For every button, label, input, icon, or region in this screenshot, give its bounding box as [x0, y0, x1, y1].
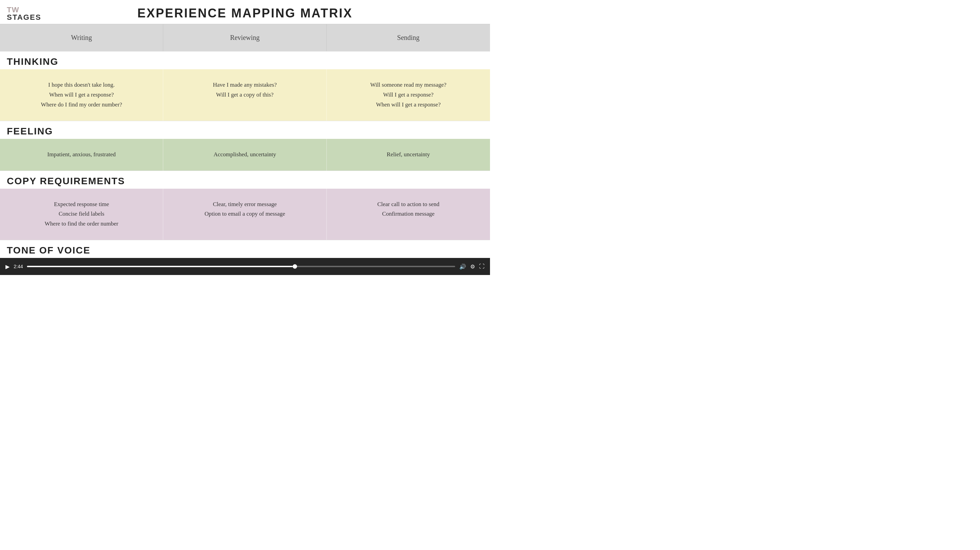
page-title: EXPERIENCE MAPPING MATRIX — [137, 6, 352, 21]
video-time: 2:44 — [14, 264, 23, 269]
thinking-row: I hope this doesn't take long.When will … — [0, 69, 490, 121]
settings-button[interactable]: ⚙ — [470, 263, 475, 270]
stage-sending: Sending — [327, 24, 490, 51]
copy-cell-1: Expected response timeConcise field labe… — [0, 189, 163, 240]
section-label-copy: COPY REQUIREMENTS — [0, 171, 490, 189]
thinking-cell-3: Will someone read my message?Will I get … — [327, 69, 490, 121]
progress-fill — [27, 266, 292, 267]
logo-stages: STAGES — [7, 14, 41, 21]
copy-cell-2: Clear, timely error messageOption to ema… — [163, 189, 326, 240]
fullscreen-button[interactable]: ⛶ — [479, 263, 485, 269]
copy-row: Expected response timeConcise field labe… — [0, 189, 490, 240]
section-label-feeling: FEELING — [0, 121, 490, 139]
progress-dot[interactable] — [293, 265, 297, 269]
feeling-cell-2: Accomplished, uncertainty — [163, 139, 326, 171]
thinking-cell-2: Have I made any mistakes?Will I get a co… — [163, 69, 326, 121]
logo-area: TW STAGES — [7, 6, 41, 21]
header: TW STAGES EXPERIENCE MAPPING MATRIX — [0, 0, 490, 24]
volume-button[interactable]: 🔊 — [459, 263, 466, 270]
feeling-cell-3: Relief, uncertainty — [327, 139, 490, 171]
progress-bar[interactable] — [27, 266, 455, 267]
thinking-cell-1: I hope this doesn't take long.When will … — [0, 69, 163, 121]
play-button[interactable]: ▶ — [5, 263, 10, 270]
stage-writing: Writing — [0, 24, 163, 51]
video-controls: ▶ 2:44 🔊 ⚙ ⛶ — [0, 258, 490, 275]
feeling-row: Impatient, anxious, frustrated Accomplis… — [0, 139, 490, 171]
logo-tw: TW — [7, 6, 41, 14]
copy-cell-3: Clear call to action to sendConfirmation… — [327, 189, 490, 240]
stage-reviewing: Reviewing — [163, 24, 326, 51]
section-label-tone: TONE OF VOICE — [0, 240, 490, 258]
main-content: TW STAGES EXPERIENCE MAPPING MATRIX Writ… — [0, 0, 490, 258]
feeling-cell-1: Impatient, anxious, frustrated — [0, 139, 163, 171]
stages-row: Writing Reviewing Sending — [0, 24, 490, 51]
section-label-thinking: THINKING — [0, 52, 490, 69]
